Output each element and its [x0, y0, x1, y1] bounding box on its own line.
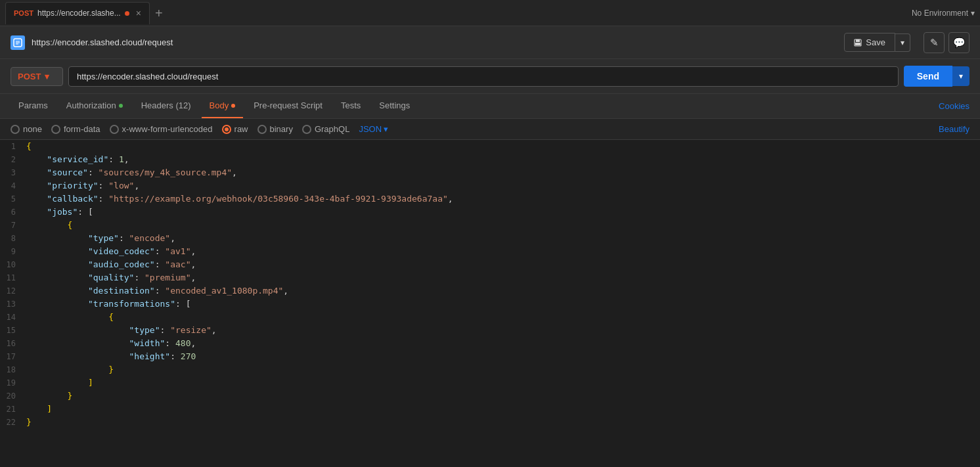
body-dot: [231, 104, 235, 108]
code-line: 4 "priority": "low",: [0, 179, 980, 192]
line-number: 11: [0, 271, 26, 284]
code-line: 1{: [0, 140, 980, 153]
tab-headers[interactable]: Headers (12): [133, 94, 199, 118]
line-number: 3: [0, 166, 26, 179]
body-option-form-data[interactable]: form-data: [51, 124, 100, 134]
line-number: 4: [0, 179, 26, 192]
line-number: 9: [0, 245, 26, 258]
line-number: 19: [0, 376, 26, 389]
tab-settings-label: Settings: [379, 100, 410, 110]
code-line: 18 }: [0, 363, 980, 376]
body-option-graphql[interactable]: GraphQL: [302, 124, 349, 134]
method-selector[interactable]: POST ▾: [11, 67, 63, 86]
method-label: POST: [18, 72, 41, 81]
line-content: "height": 270: [26, 350, 980, 363]
tab-authorization-label: Authorization: [66, 100, 116, 110]
line-content: "callback": "https://example.org/webhook…: [26, 192, 980, 206]
new-tab-button[interactable]: +: [150, 7, 168, 20]
tab-params[interactable]: Params: [11, 94, 56, 118]
line-number: 1: [0, 140, 26, 153]
request-type-icon: [11, 35, 25, 50]
line-content: {: [26, 311, 980, 324]
request-container: POST ▾ Send ▾ Params Authorization Heade…: [0, 59, 980, 467]
env-chevron-icon: ▾: [971, 9, 975, 18]
code-line: 21 ]: [0, 403, 980, 416]
tab-close-icon[interactable]: ×: [136, 8, 141, 18]
tab-unsaved-dot: [125, 11, 129, 16]
line-number: 8: [0, 232, 26, 245]
line-content: "type": "encode",: [26, 232, 980, 245]
svg-rect-6: [855, 43, 860, 45]
tab-url-label: https://encoder.slashe...: [37, 9, 121, 18]
line-content: "jobs": [: [26, 206, 980, 219]
edit-button[interactable]: ✎: [924, 32, 945, 53]
save-label: Save: [866, 37, 885, 47]
save-icon: [854, 39, 862, 47]
url-input[interactable]: [68, 66, 899, 87]
tab-headers-label: Headers (12): [141, 100, 191, 110]
environment-selector[interactable]: No Environment ▾: [912, 9, 975, 18]
save-button[interactable]: Save: [844, 33, 895, 52]
request-tab[interactable]: POST https://encoder.slashe... ×: [5, 2, 150, 24]
line-content: }: [26, 363, 980, 376]
code-line: 2 "service_id": 1,: [0, 153, 980, 166]
body-option-raw[interactable]: raw: [222, 124, 248, 134]
line-content: }: [26, 416, 980, 429]
beautify-button[interactable]: Beautify: [939, 124, 969, 134]
send-dropdown-button[interactable]: ▾: [952, 66, 969, 86]
method-url-bar: POST ▾ Send ▾: [0, 59, 980, 94]
line-content: "destination": "encoded_av1_1080p.mp4",: [26, 284, 980, 298]
cookies-link[interactable]: Cookies: [939, 101, 969, 111]
code-line: 5 "callback": "https://example.org/webho…: [0, 192, 980, 206]
send-button[interactable]: Send: [904, 66, 952, 87]
line-content: "quality": "premium",: [26, 271, 980, 284]
code-line: 15 "type": "resize",: [0, 324, 980, 337]
tab-settings[interactable]: Settings: [371, 94, 418, 118]
json-format-selector[interactable]: JSON ▾: [359, 124, 388, 134]
code-line: 6 "jobs": [: [0, 206, 980, 219]
body-option-urlencoded[interactable]: x-www-form-urlencoded: [110, 124, 213, 134]
line-content: "priority": "low",: [26, 179, 980, 192]
line-number: 15: [0, 324, 26, 337]
line-content: "width": 480,: [26, 337, 980, 350]
line-number: 16: [0, 337, 26, 350]
tab-tests-label: Tests: [341, 100, 361, 110]
comment-icon: 💬: [953, 37, 966, 49]
body-option-none[interactable]: none: [11, 124, 42, 134]
line-number: 2: [0, 153, 26, 166]
line-number: 14: [0, 311, 26, 324]
address-bar: https://encoder.slashed.cloud/request Sa…: [0, 26, 980, 59]
request-tabs-bar: Params Authorization Headers (12) Body P…: [0, 94, 980, 119]
save-dropdown-button[interactable]: ▾: [895, 33, 910, 52]
json-chevron-icon: ▾: [384, 124, 388, 134]
radio-none: [11, 125, 20, 134]
tab-pre-request[interactable]: Pre-request Script: [246, 94, 330, 118]
save-button-group: Save ▾: [844, 33, 910, 52]
tab-tests[interactable]: Tests: [333, 94, 368, 118]
line-number: 21: [0, 403, 26, 416]
tab-method-label: POST: [14, 9, 33, 17]
radio-graphql: [302, 125, 311, 134]
code-line: 13 "transformations": [: [0, 298, 980, 311]
line-number: 20: [0, 389, 26, 403]
code-line: 8 "type": "encode",: [0, 232, 980, 245]
tab-authorization[interactable]: Authorization: [58, 94, 131, 118]
code-editor[interactable]: 1{2 "service_id": 1,3 "source": "sources…: [0, 140, 980, 467]
line-number: 10: [0, 258, 26, 271]
body-option-binary[interactable]: binary: [257, 124, 293, 134]
line-content: {: [26, 140, 980, 153]
code-line: 9 "video_codec": "av1",: [0, 245, 980, 258]
comment-button[interactable]: 💬: [948, 32, 969, 53]
tab-params-label: Params: [18, 100, 48, 110]
radio-form-data: [51, 125, 60, 134]
line-number: 17: [0, 350, 26, 363]
line-content: {: [26, 219, 980, 232]
line-number: 12: [0, 284, 26, 298]
tab-body[interactable]: Body: [202, 94, 244, 118]
code-line: 17 "height": 270: [0, 350, 980, 363]
line-content: }: [26, 389, 980, 403]
line-content: "service_id": 1,: [26, 153, 980, 166]
send-button-group: Send ▾: [904, 66, 969, 87]
code-line: 16 "width": 480,: [0, 337, 980, 350]
code-line: 20 }: [0, 389, 980, 403]
